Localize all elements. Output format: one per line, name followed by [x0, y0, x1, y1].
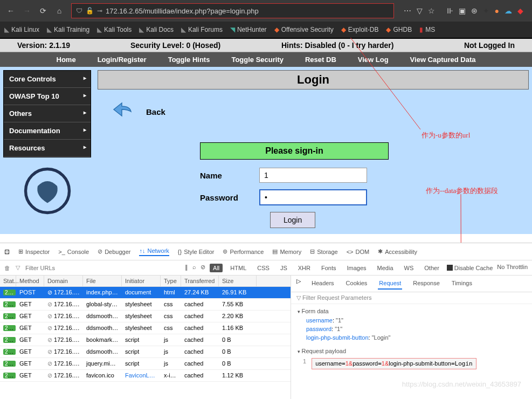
- watermark: https://blog.csdn.net/weixin_43653897: [402, 380, 521, 388]
- block-icon[interactable]: ⊘: [201, 264, 205, 272]
- pocket-icon[interactable]: ▽: [417, 6, 423, 15]
- home-button[interactable]: ⌂: [53, 4, 66, 17]
- col-method[interactable]: Method: [16, 276, 44, 286]
- bookmark-kali-docs[interactable]: ◣Kali Docs: [139, 26, 174, 33]
- pause-icon[interactable]: ‖: [185, 264, 188, 272]
- tab-request[interactable]: Request: [378, 278, 402, 290]
- back-button[interactable]: ←: [4, 4, 17, 17]
- payload-text: username=1&password=1&login-php-submit-b…: [312, 358, 476, 369]
- table-row[interactable]: 200GET⊘ 172.16.2...ddsmoothm...styleshee…: [0, 322, 291, 334]
- bookmark-msfu[interactable]: ▮MS: [419, 26, 435, 33]
- chrome-icon[interactable]: ●: [495, 6, 499, 15]
- tab-debugger[interactable]: ⊘Debugger: [98, 248, 130, 255]
- tab-headers[interactable]: Headers: [310, 278, 335, 290]
- table-row[interactable]: 200GET⊘ 172.16.2...ddsmoothm...scriptjsc…: [0, 346, 291, 358]
- bookmark-kali-forums[interactable]: ◣Kali Forums: [181, 26, 223, 33]
- filter-other[interactable]: Other: [421, 264, 443, 272]
- col-status[interactable]: Stat...: [0, 276, 16, 286]
- filter-media[interactable]: Media: [374, 264, 397, 272]
- col-file[interactable]: File: [83, 276, 122, 286]
- nav-toggle-hints[interactable]: Toggle Hints: [168, 56, 210, 64]
- tab-console[interactable]: >_Console: [58, 249, 89, 255]
- nav-bar: ← → ⟳ ⌂ 🛡 🔓 ⊸ 172.16.2.65/mutillidae/ind…: [0, 0, 532, 22]
- more-icon[interactable]: ⋯: [404, 6, 411, 15]
- trash-icon[interactable]: 🗑: [4, 265, 10, 271]
- tab-response[interactable]: Response: [412, 278, 441, 290]
- detail-back-icon[interactable]: ▷: [296, 278, 301, 290]
- filter-js[interactable]: JS: [277, 264, 291, 272]
- table-row[interactable]: 200GET⊘ 172.16.2...bookmark-s...scriptjs…: [0, 334, 291, 346]
- sidebar-item-resources[interactable]: Resources: [4, 140, 91, 157]
- table-row[interactable]: 200GET⊘ 172.16.2...ddsmoothm...styleshee…: [0, 311, 291, 322]
- tab-cookies[interactable]: Cookies: [345, 278, 369, 290]
- bookmark-star-icon[interactable]: ☆: [428, 6, 435, 15]
- tab-network[interactable]: ↑↓Network: [139, 247, 169, 256]
- bookmark-exploitdb[interactable]: ◆Exploit-DB: [341, 26, 379, 33]
- tab-timings[interactable]: Timings: [451, 278, 473, 290]
- nav-home[interactable]: Home: [57, 56, 76, 64]
- throttling-select[interactable]: No Throttlin: [497, 264, 528, 272]
- col-size[interactable]: Size: [219, 276, 257, 286]
- password-input[interactable]: [259, 189, 367, 205]
- name-label: Name: [200, 171, 259, 180]
- nav-reset-db[interactable]: Reset DB: [305, 56, 336, 64]
- tab-style-editor[interactable]: {}Style Editor: [178, 249, 215, 255]
- col-initiator[interactable]: Initiator: [122, 276, 161, 286]
- detail-filter-input[interactable]: Filter Request Parameters: [291, 292, 532, 304]
- addon-icon[interactable]: ⊛: [471, 6, 478, 15]
- table-row[interactable]: 200GET⊘ 172.16.2...jquery.min.jsscriptjs…: [0, 358, 291, 370]
- filter-images[interactable]: Images: [344, 264, 370, 272]
- sidebar-item-owasp[interactable]: OWASP Top 10: [4, 88, 91, 105]
- filter-fonts[interactable]: Fonts: [318, 264, 340, 272]
- tab-accessibility[interactable]: ✱Accessibility: [378, 248, 417, 255]
- tab-inspector[interactable]: ⊞Inspector: [18, 248, 50, 255]
- devtools-picker-icon[interactable]: ⊡: [4, 248, 10, 256]
- tab-performance[interactable]: ⊚Performance: [223, 248, 264, 255]
- bookmark-kali-linux[interactable]: ◣Kali Linux: [4, 26, 39, 33]
- col-type[interactable]: Type: [161, 276, 181, 286]
- sidebar-item-docs[interactable]: Documentation: [4, 122, 91, 140]
- back-link[interactable]: Back: [103, 98, 529, 126]
- filter-html[interactable]: HTML: [227, 264, 250, 272]
- bookmark-nethunter[interactable]: ◥NetHunter: [230, 26, 267, 33]
- tab-storage[interactable]: ⊟Storage: [310, 248, 338, 255]
- ext-icon[interactable]: ✦: [483, 6, 489, 15]
- sidebar-icon[interactable]: ▣: [459, 6, 466, 15]
- tab-dom[interactable]: <>DOM: [347, 249, 370, 255]
- disable-cache-checkbox[interactable]: Disable Cache: [447, 264, 493, 272]
- sidebar-item-others[interactable]: Others: [4, 105, 91, 122]
- nav-view-log[interactable]: View Log: [358, 56, 389, 64]
- filter-all[interactable]: All: [210, 264, 223, 272]
- tab-memory[interactable]: ▤Memory: [272, 248, 301, 255]
- search-icon[interactable]: ⌕: [192, 264, 196, 272]
- filter-xhr[interactable]: XHR: [295, 264, 314, 272]
- nav-login[interactable]: Login/Register: [98, 56, 147, 64]
- bookmark-kali-tools[interactable]: ◣Kali Tools: [97, 26, 132, 33]
- col-domain[interactable]: Domain: [44, 276, 83, 286]
- bookmark-kali-training[interactable]: ◣Kali Training: [47, 26, 89, 33]
- signin-banner: Please sign-in: [200, 142, 389, 160]
- nav-view-captured[interactable]: View Captured Data: [410, 56, 476, 64]
- bookmark-offsec[interactable]: ◆Offensive Security: [274, 26, 334, 33]
- funnel-icon[interactable]: ▽: [16, 264, 20, 271]
- table-row[interactable]: 200GET⊘ 172.16.2...favicon.icoFaviconLoa…: [0, 370, 291, 382]
- reload-button[interactable]: ⟳: [37, 4, 50, 17]
- cloud-icon[interactable]: ☁: [505, 6, 512, 15]
- library-icon[interactable]: ⊪: [447, 6, 453, 15]
- login-button[interactable]: Login: [270, 212, 315, 228]
- filter-urls-input[interactable]: [25, 265, 101, 271]
- table-row[interactable]: 200GET⊘ 172.16.2...global-style...styles…: [0, 299, 291, 311]
- payload-section[interactable]: Request payload: [298, 346, 526, 356]
- filter-css[interactable]: CSS: [254, 264, 273, 272]
- url-bar[interactable]: 🛡 🔓 ⊸ 172.16.2.65/mutillidae/index.php?p…: [71, 3, 394, 18]
- nav-toggle-security[interactable]: Toggle Security: [231, 56, 284, 64]
- form-data-section[interactable]: Form data: [298, 306, 526, 316]
- back-arrow-icon: [103, 98, 135, 126]
- filter-ws[interactable]: WS: [401, 264, 417, 272]
- col-transferred[interactable]: Transferred: [181, 276, 219, 286]
- bookmark-ghdb[interactable]: ◆GHDB: [386, 26, 412, 33]
- app-icon[interactable]: ◆: [517, 6, 523, 15]
- sidebar-item-core[interactable]: Core Controls: [4, 71, 91, 88]
- table-row[interactable]: 200POST⊘ 172.16.2...index.php?p...docume…: [0, 287, 291, 299]
- name-input[interactable]: [259, 168, 367, 183]
